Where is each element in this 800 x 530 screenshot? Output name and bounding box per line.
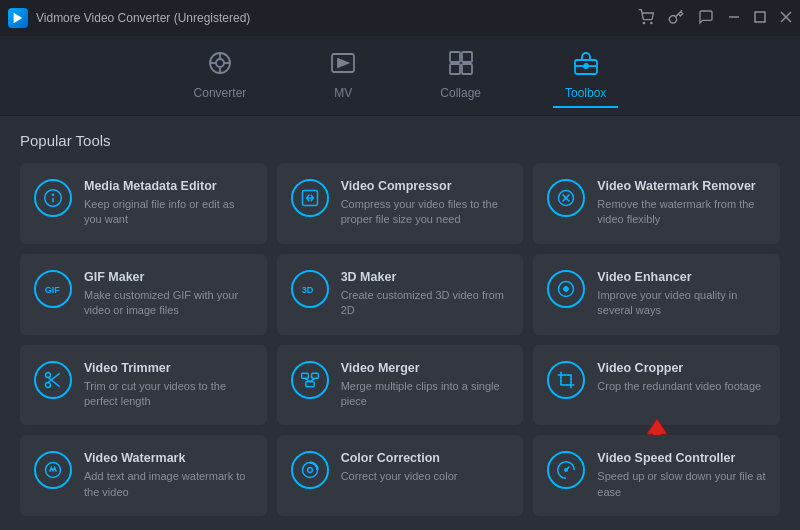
svg-rect-16: [450, 64, 460, 74]
video-speed-controller-content: Video Speed ControllerSpeed up or slow d…: [597, 451, 766, 500]
video-trimmer-icon: [34, 361, 72, 399]
nav-mv[interactable]: MV: [318, 44, 368, 108]
color-correction-title: Color Correction: [341, 451, 458, 465]
svg-rect-4: [755, 12, 765, 22]
tool-card-video-watermark[interactable]: Video WatermarkAdd text and image waterm…: [20, 435, 267, 516]
mv-icon: [330, 50, 356, 82]
color-correction-content: Color CorrectionCorrect your video color: [341, 451, 458, 484]
media-metadata-editor-content: Media Metadata EditorKeep original file …: [84, 179, 253, 228]
tool-card-video-trimmer[interactable]: Video TrimmerTrim or cut your videos to …: [20, 345, 267, 426]
video-trimmer-desc: Trim or cut your videos to the perfect l…: [84, 379, 253, 410]
video-enhancer-icon: [547, 270, 585, 308]
main-content: Popular Tools Media Metadata EditorKeep …: [0, 116, 800, 530]
video-watermark-title: Video Watermark: [84, 451, 253, 465]
video-trimmer-title: Video Trimmer: [84, 361, 253, 375]
3d-maker-desc: Create customized 3D video from 2D: [341, 288, 510, 319]
video-watermark-icon: [34, 451, 72, 489]
tool-card-video-speed-controller[interactable]: Video Speed ControllerSpeed up or slow d…: [533, 435, 780, 516]
gif-maker-desc: Make customized GIF with your video or i…: [84, 288, 253, 319]
tool-card-video-enhancer[interactable]: Video EnhancerImprove your video quality…: [533, 254, 780, 335]
video-merger-desc: Merge multiple clips into a single piece: [341, 379, 510, 410]
video-compressor-title: Video Compressor: [341, 179, 510, 193]
collage-icon: [448, 50, 474, 82]
svg-marker-0: [14, 13, 23, 24]
media-metadata-editor-icon: [34, 179, 72, 217]
video-watermark-remover-title: Video Watermark Remover: [597, 179, 766, 193]
video-merger-icon: [291, 361, 329, 399]
video-cropper-title: Video Cropper: [597, 361, 761, 375]
video-enhancer-desc: Improve your video quality in several wa…: [597, 288, 766, 319]
svg-rect-36: [305, 381, 313, 386]
nav-converter-label: Converter: [194, 86, 247, 100]
video-watermark-remover-icon: [547, 179, 585, 217]
gif-maker-title: GIF Maker: [84, 270, 253, 284]
video-merger-title: Video Merger: [341, 361, 510, 375]
video-compressor-icon: [291, 179, 329, 217]
video-enhancer-title: Video Enhancer: [597, 270, 766, 284]
video-watermark-remover-desc: Remove the watermark from the video flex…: [597, 197, 766, 228]
svg-point-20: [584, 64, 588, 68]
video-cropper-desc: Crop the redundant video footage: [597, 379, 761, 394]
video-trimmer-content: Video TrimmerTrim or cut your videos to …: [84, 361, 253, 410]
nav-bar: Converter MV Collage: [0, 36, 800, 116]
video-cropper-icon: [547, 361, 585, 399]
tool-card-gif-maker[interactable]: GIFGIF MakerMake customized GIF with you…: [20, 254, 267, 335]
app-icon: [8, 8, 28, 28]
tools-grid: Media Metadata EditorKeep original file …: [20, 163, 780, 516]
chat-icon[interactable]: [698, 9, 714, 28]
nav-collage-label: Collage: [440, 86, 481, 100]
maximize-icon[interactable]: [754, 10, 766, 26]
3d-maker-content: 3D MakerCreate customized 3D video from …: [341, 270, 510, 319]
video-speed-controller-desc: Speed up or slow down your file at ease: [597, 469, 766, 500]
video-compressor-content: Video CompressorCompress your video file…: [341, 179, 510, 228]
svg-rect-34: [301, 373, 308, 378]
video-speed-controller-title: Video Speed Controller: [597, 451, 766, 465]
tool-card-video-watermark-remover[interactable]: Video Watermark RemoverRemove the waterm…: [533, 163, 780, 244]
cart-icon[interactable]: [638, 9, 654, 28]
tool-card-color-correction[interactable]: Color CorrectionCorrect your video color: [277, 435, 524, 516]
gif-maker-icon: GIF: [34, 270, 72, 308]
app-title: Vidmore Video Converter (Unregistered): [36, 11, 250, 25]
video-speed-controller-icon: [547, 451, 585, 489]
tool-card-3d-maker[interactable]: 3D3D MakerCreate customized 3D video fro…: [277, 254, 524, 335]
tool-card-video-merger[interactable]: Video MergerMerge multiple clips into a …: [277, 345, 524, 426]
minimize-icon[interactable]: [728, 10, 740, 26]
title-bar-left: Vidmore Video Converter (Unregistered): [8, 8, 250, 28]
video-cropper-content: Video CropperCrop the redundant video fo…: [597, 361, 761, 394]
video-watermark-remover-content: Video Watermark RemoverRemove the waterm…: [597, 179, 766, 228]
svg-point-31: [46, 372, 51, 377]
video-merger-content: Video MergerMerge multiple clips into a …: [341, 361, 510, 410]
close-icon[interactable]: [780, 10, 792, 26]
title-bar: Vidmore Video Converter (Unregistered): [0, 0, 800, 36]
tool-card-video-cropper[interactable]: Video CropperCrop the redundant video fo…: [533, 345, 780, 426]
svg-point-43: [307, 468, 312, 473]
tool-card-video-compressor[interactable]: Video CompressorCompress your video file…: [277, 163, 524, 244]
svg-rect-39: [561, 375, 571, 385]
svg-rect-14: [450, 52, 460, 62]
nav-toolbox-label: Toolbox: [565, 86, 606, 100]
svg-point-8: [216, 59, 224, 67]
media-metadata-editor-title: Media Metadata Editor: [84, 179, 253, 193]
nav-mv-label: MV: [334, 86, 352, 100]
svg-rect-17: [462, 64, 472, 74]
section-title: Popular Tools: [20, 132, 780, 149]
toolbox-icon: [573, 50, 599, 82]
svg-point-45: [565, 469, 568, 472]
3d-maker-icon: 3D: [291, 270, 329, 308]
gif-maker-content: GIF MakerMake customized GIF with your v…: [84, 270, 253, 319]
svg-text:GIF: GIF: [45, 285, 61, 295]
svg-rect-15: [462, 52, 472, 62]
svg-rect-35: [311, 373, 318, 378]
color-correction-icon: [291, 451, 329, 489]
video-watermark-content: Video WatermarkAdd text and image waterm…: [84, 451, 253, 500]
title-bar-controls: [638, 9, 792, 28]
svg-point-30: [46, 382, 51, 387]
nav-converter[interactable]: Converter: [182, 44, 259, 108]
nav-collage[interactable]: Collage: [428, 44, 493, 108]
nav-toolbox[interactable]: Toolbox: [553, 44, 618, 108]
video-watermark-desc: Add text and image watermark to the vide…: [84, 469, 253, 500]
key-icon[interactable]: [668, 9, 684, 28]
tool-card-media-metadata-editor[interactable]: Media Metadata EditorKeep original file …: [20, 163, 267, 244]
svg-point-1: [643, 22, 644, 23]
3d-maker-title: 3D Maker: [341, 270, 510, 284]
